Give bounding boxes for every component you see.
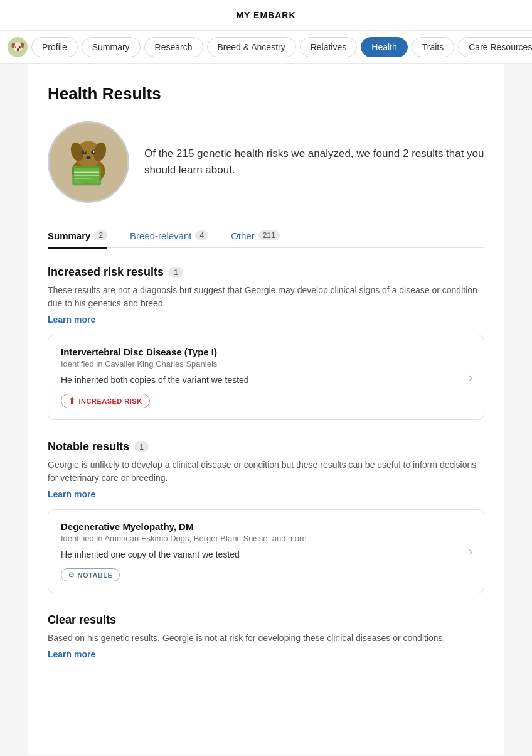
- increased-risk-section: Increased risk results 1 These results a…: [48, 266, 484, 420]
- increased-risk-card-title: Intervertebral Disc Disease (Type I): [61, 347, 471, 357]
- notable-card-desc: He inherited one copy of the variant we …: [61, 549, 471, 559]
- increased-risk-badge: ⬆ INCREASED RISK: [61, 394, 150, 408]
- risk-up-icon: ⬆: [68, 396, 76, 406]
- dog-intro-section: Of the 215 genetic health risks we analy…: [48, 121, 484, 203]
- clear-results-title: Clear results: [48, 613, 484, 627]
- clear-results-section: Clear results Based on his genetic resul…: [48, 613, 484, 669]
- navigation-bar: 🐶 Profile Summary Research Breed & Ances…: [0, 31, 532, 64]
- notable-card[interactable]: Degenerative Myelopathy, DM Identified i…: [48, 509, 484, 593]
- dog-avatar: [48, 121, 129, 203]
- clear-results-learn-more[interactable]: Learn more: [48, 649, 95, 659]
- notable-section: Notable results 1 Georgie is unlikely to…: [48, 440, 484, 593]
- svg-point-7: [84, 151, 85, 153]
- increased-risk-title: Increased risk results 1: [48, 266, 484, 279]
- nav-tab-relatives[interactable]: Relatives: [300, 37, 358, 57]
- nav-tab-summary[interactable]: Summary: [82, 37, 141, 57]
- card-chevron-icon: ›: [469, 371, 472, 384]
- increased-risk-desc: These results are not a diagnosis but su…: [48, 284, 484, 310]
- notable-icon: ⊖: [68, 571, 75, 579]
- nav-tab-traits[interactable]: Traits: [412, 37, 454, 57]
- notable-card-subtitle: Identified in American Eskimo Dogs, Berg…: [61, 534, 471, 543]
- svg-point-6: [91, 150, 95, 154]
- sub-tabs: Summary 2 Breed-relevant 4 Other 211: [48, 223, 484, 248]
- notable-card-title: Degenerative Myelopathy, DM: [61, 521, 471, 532]
- profile-avatar[interactable]: 🐶: [8, 37, 28, 57]
- notable-card-chevron-icon: ›: [469, 545, 472, 558]
- nav-tab-breed-ancestry[interactable]: Breed & Ancestry: [207, 37, 296, 57]
- dog-intro-text: Of the 215 genetic health risks we analy…: [144, 146, 484, 179]
- notable-title: Notable results 1: [48, 440, 484, 453]
- nav-tab-care-resources[interactable]: Care Resources: [458, 37, 532, 57]
- svg-point-5: [82, 150, 87, 154]
- clear-results-desc: Based on his genetic results, Georgie is…: [48, 632, 484, 645]
- nav-tab-profile[interactable]: Profile: [31, 37, 78, 57]
- svg-rect-11: [74, 168, 99, 184]
- sub-tab-summary[interactable]: Summary 2: [48, 224, 107, 249]
- main-content: Health Results: [28, 64, 504, 755]
- page-title: Health Results: [48, 84, 484, 104]
- sub-tab-other[interactable]: Other 211: [231, 224, 280, 249]
- nav-tab-research[interactable]: Research: [144, 37, 203, 57]
- notable-learn-more[interactable]: Learn more: [48, 489, 95, 499]
- notable-badge: ⊖ NOTABLE: [61, 568, 120, 581]
- svg-point-8: [93, 151, 95, 153]
- nav-tab-health[interactable]: Health: [361, 37, 407, 57]
- sub-tab-breed-relevant[interactable]: Breed-relevant 4: [130, 224, 208, 249]
- increased-risk-learn-more[interactable]: Learn more: [48, 315, 95, 325]
- increased-risk-card[interactable]: Intervertebral Disc Disease (Type I) Ide…: [48, 335, 484, 420]
- increased-risk-card-subtitle: Identified in Cavalier King Charles Span…: [61, 359, 471, 369]
- app-title: MY EMBARK: [0, 0, 532, 31]
- notable-desc: Georgie is unlikely to develop a clinica…: [48, 458, 484, 485]
- svg-point-9: [86, 156, 91, 159]
- increased-risk-card-desc: He inherited both copies of the variant …: [61, 375, 471, 385]
